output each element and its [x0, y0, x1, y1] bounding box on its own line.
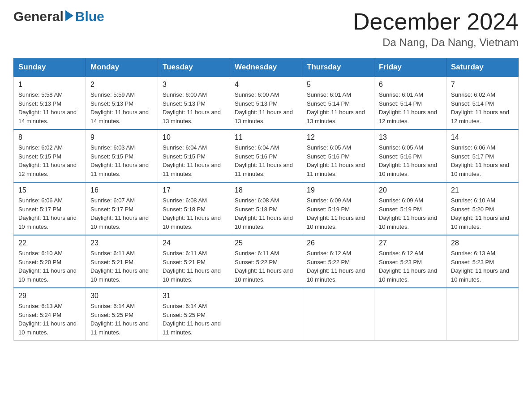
day-number: 30	[90, 292, 153, 300]
day-info: Sunrise: 6:06 AMSunset: 5:17 PMDaylight:…	[451, 143, 514, 178]
calendar-cell	[446, 288, 519, 341]
calendar-cell: 30Sunrise: 6:14 AMSunset: 5:25 PMDayligh…	[86, 288, 158, 341]
calendar-week-row: 22Sunrise: 6:10 AMSunset: 5:20 PMDayligh…	[14, 235, 519, 288]
day-number: 21	[451, 186, 514, 194]
calendar-cell: 14Sunrise: 6:06 AMSunset: 5:17 PMDayligh…	[446, 129, 519, 182]
calendar-cell: 2Sunrise: 5:59 AMSunset: 5:13 PMDaylight…	[86, 77, 158, 129]
day-info: Sunrise: 6:01 AMSunset: 5:14 PMDaylight:…	[307, 90, 369, 125]
day-info: Sunrise: 5:58 AMSunset: 5:13 PMDaylight:…	[18, 90, 81, 125]
day-info: Sunrise: 6:13 AMSunset: 5:23 PMDaylight:…	[451, 249, 514, 284]
calendar-cell: 5Sunrise: 6:01 AMSunset: 5:14 PMDaylight…	[302, 77, 374, 129]
calendar-cell: 25Sunrise: 6:11 AMSunset: 5:22 PMDayligh…	[230, 235, 302, 288]
calendar-cell: 23Sunrise: 6:11 AMSunset: 5:21 PMDayligh…	[86, 235, 158, 288]
calendar-cell: 16Sunrise: 6:07 AMSunset: 5:17 PMDayligh…	[86, 182, 158, 235]
day-info: Sunrise: 6:09 AMSunset: 5:19 PMDaylight:…	[307, 196, 369, 231]
calendar-week-row: 29Sunrise: 6:13 AMSunset: 5:24 PMDayligh…	[14, 288, 519, 341]
day-number: 18	[235, 186, 297, 194]
day-number: 14	[451, 133, 514, 141]
calendar-week-row: 8Sunrise: 6:02 AMSunset: 5:15 PMDaylight…	[14, 129, 519, 182]
day-info: Sunrise: 6:10 AMSunset: 5:20 PMDaylight:…	[451, 196, 514, 231]
day-info: Sunrise: 6:11 AMSunset: 5:21 PMDaylight:…	[163, 249, 225, 284]
day-info: Sunrise: 6:02 AMSunset: 5:15 PMDaylight:…	[18, 143, 81, 178]
day-number: 5	[307, 81, 369, 89]
weekday-header-monday: Monday	[86, 58, 158, 77]
calendar-cell: 9Sunrise: 6:03 AMSunset: 5:15 PMDaylight…	[86, 129, 158, 182]
weekday-header-thursday: Thursday	[302, 58, 374, 77]
calendar-cell: 3Sunrise: 6:00 AMSunset: 5:13 PMDaylight…	[158, 77, 230, 129]
calendar-cell	[230, 288, 302, 341]
day-number: 19	[307, 186, 369, 194]
page-header: General Blue December 2024 Da Nang, Da N…	[13, 9, 519, 49]
day-info: Sunrise: 6:14 AMSunset: 5:25 PMDaylight:…	[163, 302, 225, 337]
calendar-cell: 13Sunrise: 6:05 AMSunset: 5:16 PMDayligh…	[374, 129, 446, 182]
day-info: Sunrise: 6:00 AMSunset: 5:13 PMDaylight:…	[235, 90, 297, 125]
day-info: Sunrise: 6:04 AMSunset: 5:16 PMDaylight:…	[235, 143, 297, 178]
day-info: Sunrise: 6:01 AMSunset: 5:14 PMDaylight:…	[379, 90, 442, 125]
day-info: Sunrise: 6:03 AMSunset: 5:15 PMDaylight:…	[90, 143, 153, 178]
day-info: Sunrise: 6:07 AMSunset: 5:17 PMDaylight:…	[90, 196, 153, 231]
calendar-cell: 18Sunrise: 6:08 AMSunset: 5:18 PMDayligh…	[230, 182, 302, 235]
day-info: Sunrise: 5:59 AMSunset: 5:13 PMDaylight:…	[90, 90, 153, 125]
title-block: December 2024 Da Nang, Da Nang, Vietnam	[353, 9, 519, 49]
weekday-header-sunday: Sunday	[14, 58, 86, 77]
logo-blue-text: Blue	[75, 9, 104, 24]
day-number: 11	[235, 133, 297, 141]
day-info: Sunrise: 6:14 AMSunset: 5:25 PMDaylight:…	[90, 302, 153, 337]
calendar-cell: 20Sunrise: 6:09 AMSunset: 5:19 PMDayligh…	[374, 182, 446, 235]
day-number: 10	[163, 133, 225, 141]
weekday-header-wednesday: Wednesday	[230, 58, 302, 77]
day-number: 25	[235, 239, 297, 247]
day-number: 12	[307, 133, 369, 141]
day-number: 4	[235, 81, 297, 89]
day-number: 6	[379, 81, 442, 89]
day-info: Sunrise: 6:08 AMSunset: 5:18 PMDaylight:…	[235, 196, 297, 231]
day-number: 2	[90, 81, 153, 89]
day-info: Sunrise: 6:06 AMSunset: 5:17 PMDaylight:…	[18, 196, 81, 231]
day-number: 31	[163, 292, 225, 300]
calendar-cell: 21Sunrise: 6:10 AMSunset: 5:20 PMDayligh…	[446, 182, 519, 235]
calendar-cell: 24Sunrise: 6:11 AMSunset: 5:21 PMDayligh…	[158, 235, 230, 288]
calendar-cell: 12Sunrise: 6:05 AMSunset: 5:16 PMDayligh…	[302, 129, 374, 182]
calendar-cell: 22Sunrise: 6:10 AMSunset: 5:20 PMDayligh…	[14, 235, 86, 288]
calendar-cell: 6Sunrise: 6:01 AMSunset: 5:14 PMDaylight…	[374, 77, 446, 129]
calendar-cell: 19Sunrise: 6:09 AMSunset: 5:19 PMDayligh…	[302, 182, 374, 235]
day-number: 27	[379, 239, 442, 247]
day-info: Sunrise: 6:12 AMSunset: 5:22 PMDaylight:…	[307, 249, 369, 284]
day-number: 17	[163, 186, 225, 194]
location-title: Da Nang, Da Nang, Vietnam	[353, 36, 519, 49]
day-info: Sunrise: 6:05 AMSunset: 5:16 PMDaylight:…	[379, 143, 442, 178]
day-number: 20	[379, 186, 442, 194]
day-number: 7	[451, 81, 514, 89]
calendar-cell: 10Sunrise: 6:04 AMSunset: 5:15 PMDayligh…	[158, 129, 230, 182]
day-info: Sunrise: 6:13 AMSunset: 5:24 PMDaylight:…	[18, 302, 81, 337]
day-number: 16	[90, 186, 153, 194]
calendar-cell: 27Sunrise: 6:12 AMSunset: 5:23 PMDayligh…	[374, 235, 446, 288]
day-info: Sunrise: 6:08 AMSunset: 5:18 PMDaylight:…	[163, 196, 225, 231]
calendar-cell: 29Sunrise: 6:13 AMSunset: 5:24 PMDayligh…	[14, 288, 86, 341]
calendar-cell: 28Sunrise: 6:13 AMSunset: 5:23 PMDayligh…	[446, 235, 519, 288]
logo: General Blue	[13, 9, 104, 24]
calendar-cell: 11Sunrise: 6:04 AMSunset: 5:16 PMDayligh…	[230, 129, 302, 182]
calendar-cell: 7Sunrise: 6:02 AMSunset: 5:14 PMDaylight…	[446, 77, 519, 129]
day-info: Sunrise: 6:05 AMSunset: 5:16 PMDaylight:…	[307, 143, 369, 178]
calendar-cell: 15Sunrise: 6:06 AMSunset: 5:17 PMDayligh…	[14, 182, 86, 235]
day-number: 29	[18, 292, 81, 300]
day-info: Sunrise: 6:00 AMSunset: 5:13 PMDaylight:…	[163, 90, 225, 125]
day-number: 22	[18, 239, 81, 247]
day-number: 8	[18, 133, 81, 141]
month-title: December 2024	[353, 9, 519, 34]
calendar-cell: 8Sunrise: 6:02 AMSunset: 5:15 PMDaylight…	[14, 129, 86, 182]
day-info: Sunrise: 6:09 AMSunset: 5:19 PMDaylight:…	[379, 196, 442, 231]
calendar-week-row: 15Sunrise: 6:06 AMSunset: 5:17 PMDayligh…	[14, 182, 519, 235]
day-info: Sunrise: 6:02 AMSunset: 5:14 PMDaylight:…	[451, 90, 514, 125]
calendar-cell: 17Sunrise: 6:08 AMSunset: 5:18 PMDayligh…	[158, 182, 230, 235]
weekday-header-row: SundayMondayTuesdayWednesdayThursdayFrid…	[14, 58, 519, 77]
calendar-cell: 4Sunrise: 6:00 AMSunset: 5:13 PMDaylight…	[230, 77, 302, 129]
calendar-cell	[374, 288, 446, 341]
day-number: 15	[18, 186, 81, 194]
day-info: Sunrise: 6:12 AMSunset: 5:23 PMDaylight:…	[379, 249, 442, 284]
logo-chevron-icon	[65, 10, 73, 21]
calendar-week-row: 1Sunrise: 5:58 AMSunset: 5:13 PMDaylight…	[14, 77, 519, 129]
day-info: Sunrise: 6:11 AMSunset: 5:21 PMDaylight:…	[90, 249, 153, 284]
day-info: Sunrise: 6:04 AMSunset: 5:15 PMDaylight:…	[163, 143, 225, 178]
